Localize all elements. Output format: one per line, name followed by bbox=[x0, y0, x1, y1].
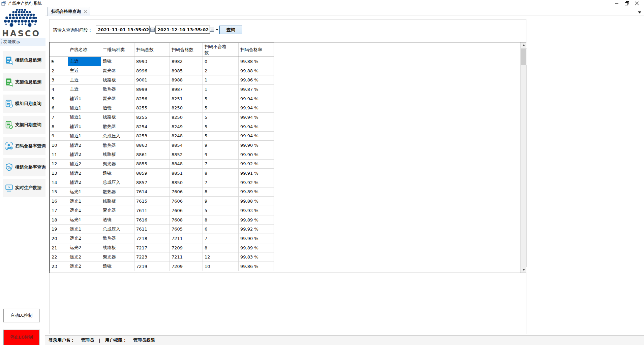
cell-scan-fail[interactable]: 8 bbox=[203, 215, 239, 225]
cell-scan-pass[interactable]: 7606 bbox=[170, 206, 203, 215]
col-header-scan-total[interactable]: 扫码总数 bbox=[134, 43, 170, 57]
cell-pass-rate[interactable]: 99.89 % bbox=[239, 215, 274, 225]
row-header[interactable]: 22 bbox=[50, 252, 68, 262]
cell-scan-fail[interactable]: 8 bbox=[203, 243, 239, 252]
cell-line-name[interactable]: 远光2 bbox=[68, 252, 101, 262]
cell-scan-fail[interactable]: 5 bbox=[203, 94, 239, 103]
table-row[interactable]: 10 辅近2 散热器 8863 8854 9 99.90 % bbox=[50, 141, 274, 150]
cell-scan-pass[interactable]: 7606 bbox=[170, 187, 203, 197]
start-lc-button[interactable]: 启动LC控制 bbox=[3, 309, 39, 322]
table-row[interactable]: 16 远光1 线路板 7615 7606 9 99.88 % bbox=[50, 197, 274, 206]
cell-pass-rate[interactable]: 99.91 % bbox=[239, 169, 274, 178]
cell-scan-total[interactable]: 7217 bbox=[134, 243, 170, 252]
cell-scan-total[interactable]: 7611 bbox=[134, 206, 170, 215]
row-header[interactable]: 12 bbox=[50, 159, 68, 169]
cell-line-name[interactable]: 远光1 bbox=[68, 225, 101, 234]
col-header-qr-type[interactable]: 二维码种类 bbox=[101, 43, 134, 57]
sidebar-item-module-trace[interactable]: 模组信息追溯 bbox=[3, 51, 45, 69]
restore-button[interactable] bbox=[622, 0, 632, 6]
cell-scan-fail[interactable]: 6 bbox=[203, 225, 239, 234]
cell-pass-rate[interactable]: 99.92 % bbox=[239, 225, 274, 234]
row-header[interactable]: 2 bbox=[50, 66, 68, 75]
cell-scan-pass[interactable]: 8854 bbox=[170, 141, 203, 150]
cell-scan-pass[interactable]: 8988 bbox=[170, 75, 203, 85]
cell-scan-pass[interactable]: 8250 bbox=[170, 113, 203, 122]
col-header-scan-fail[interactable]: 扫码不合格数 bbox=[203, 43, 239, 57]
cell-scan-total[interactable]: 8996 bbox=[134, 66, 170, 75]
cell-scan-fail[interactable]: 7 bbox=[203, 178, 239, 187]
cell-qr-type[interactable]: 线路板 bbox=[101, 243, 134, 252]
cell-line-name[interactable]: 辅近1 bbox=[68, 122, 101, 131]
stop-lc-button[interactable]: 停止LC控制 bbox=[3, 330, 39, 345]
cell-scan-pass[interactable]: 7608 bbox=[170, 215, 203, 225]
cell-qr-type[interactable]: 线路板 bbox=[101, 197, 134, 206]
sidebar-item-bracket-date-query[interactable]: 支架日期查询 bbox=[3, 116, 45, 134]
cell-qr-type[interactable]: 散热器 bbox=[101, 122, 134, 131]
cell-scan-fail[interactable]: 1 bbox=[203, 75, 239, 85]
row-header[interactable]: 17 bbox=[50, 206, 68, 215]
row-header[interactable]: 8 bbox=[50, 122, 68, 131]
vertical-scrollbar[interactable] bbox=[520, 42, 526, 273]
tab-close-icon[interactable] bbox=[84, 10, 87, 13]
cell-line-name[interactable]: 远光1 bbox=[68, 197, 101, 206]
cell-scan-fail[interactable]: 2 bbox=[203, 66, 239, 75]
table-row[interactable]: 17 远光1 聚光器 7611 7606 5 99.93 % bbox=[50, 206, 274, 215]
cell-scan-fail[interactable]: 5 bbox=[203, 131, 239, 141]
row-header[interactable]: 1 bbox=[50, 57, 68, 66]
cell-pass-rate[interactable]: 99.93 % bbox=[239, 206, 274, 215]
col-header-line[interactable]: 产线名称 bbox=[68, 43, 101, 57]
cell-line-name[interactable]: 辅近2 bbox=[68, 178, 101, 187]
cell-line-name[interactable]: 远光2 bbox=[68, 234, 101, 243]
cell-qr-type[interactable]: 散热器 bbox=[101, 141, 134, 150]
row-header[interactable]: 11 bbox=[50, 150, 68, 159]
row-header[interactable]: 20 bbox=[50, 234, 68, 243]
cell-scan-pass[interactable]: 8982 bbox=[170, 57, 203, 66]
date-from-input[interactable]: 2021-11-01 13:35:02 bbox=[96, 26, 150, 34]
cell-line-name[interactable]: 辅近2 bbox=[68, 141, 101, 150]
cell-scan-pass[interactable]: 7211 bbox=[170, 234, 203, 243]
cell-scan-total[interactable]: 8857 bbox=[134, 178, 170, 187]
cell-qr-type[interactable]: 散热器 bbox=[101, 234, 134, 243]
cell-pass-rate[interactable]: 99.90 % bbox=[239, 150, 274, 159]
sidebar-item-realtime-production-data[interactable]: 实时生产数据 bbox=[3, 179, 45, 197]
table-row[interactable]: 23 远光2 透镜 7219 7209 10 99.86 % bbox=[50, 262, 274, 271]
cell-scan-total[interactable]: 7615 bbox=[134, 197, 170, 206]
cell-scan-pass[interactable]: 7605 bbox=[170, 225, 203, 234]
cell-qr-type[interactable]: 聚光器 bbox=[101, 66, 134, 75]
table-row[interactable]: 20 远光2 散热器 7218 7211 7 99.90 % bbox=[50, 234, 274, 243]
table-row[interactable]: 15 远光1 散热器 7614 7606 8 99.89 % bbox=[50, 187, 274, 197]
cell-qr-type[interactable]: 透镜 bbox=[101, 57, 134, 66]
table-row[interactable]: 5 辅近1 聚光器 8256 8251 5 99.94 % bbox=[50, 94, 274, 103]
sidebar-item-module-pass-rate-query[interactable]: % 模组合格率查询 bbox=[3, 158, 45, 176]
cell-line-name[interactable]: 辅近2 bbox=[68, 150, 101, 159]
cell-pass-rate[interactable]: 99.94 % bbox=[239, 131, 274, 141]
cell-qr-type[interactable]: 线路板 bbox=[101, 150, 134, 159]
row-header[interactable]: 4 bbox=[50, 85, 68, 94]
date-to-input[interactable]: 2021-12-10 13:35:02 bbox=[155, 26, 210, 34]
cell-pass-rate[interactable]: 99.94 % bbox=[239, 103, 274, 113]
cell-line-name[interactable]: 辅近2 bbox=[68, 169, 101, 178]
cell-scan-pass[interactable]: 8250 bbox=[170, 103, 203, 113]
cell-scan-fail[interactable]: 5 bbox=[203, 206, 239, 215]
cell-scan-pass[interactable]: 8249 bbox=[170, 122, 203, 131]
cell-scan-total[interactable]: 7223 bbox=[134, 252, 170, 262]
table-row[interactable]: 12 辅近2 聚光器 8855 8848 7 99.92 % bbox=[50, 159, 274, 169]
cell-scan-total[interactable]: 7219 bbox=[134, 262, 170, 271]
cell-pass-rate[interactable]: 99.92 % bbox=[239, 159, 274, 169]
cell-scan-pass[interactable]: 7606 bbox=[170, 197, 203, 206]
cell-pass-rate[interactable]: 99.87 % bbox=[239, 85, 274, 94]
col-header-scan-pass[interactable]: 扫码合格数 bbox=[170, 43, 203, 57]
cell-line-name[interactable]: 远光2 bbox=[68, 262, 101, 271]
cell-qr-type[interactable]: 线路板 bbox=[101, 113, 134, 122]
table-row[interactable]: 14 辅近2 总成压入 8857 8850 7 99.92 % bbox=[50, 178, 274, 187]
table-row[interactable]: 11 辅近2 线路板 8861 8852 9 99.90 % bbox=[50, 150, 274, 159]
tab-overflow-icon[interactable] bbox=[638, 9, 642, 15]
cell-qr-type[interactable]: 线路板 bbox=[101, 75, 134, 85]
cell-scan-pass[interactable]: 7209 bbox=[170, 262, 203, 271]
cell-line-name[interactable]: 远光2 bbox=[68, 243, 101, 252]
cell-pass-rate[interactable]: 99.94 % bbox=[239, 94, 274, 103]
table-row[interactable]: 19 远光1 总成压入 7611 7605 6 99.92 % bbox=[50, 225, 274, 234]
row-header[interactable]: 3 bbox=[50, 75, 68, 85]
cell-qr-type[interactable]: 聚光器 bbox=[101, 94, 134, 103]
close-button[interactable] bbox=[632, 0, 642, 6]
